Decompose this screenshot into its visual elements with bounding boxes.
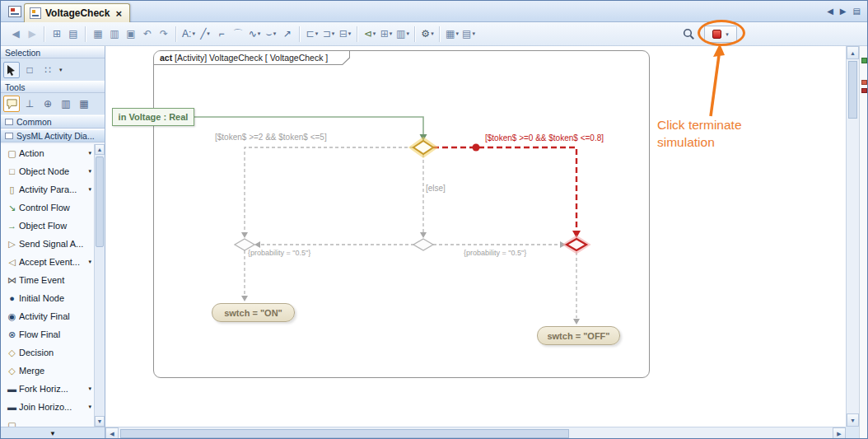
palette-item-control-flow[interactable]: ↘ Control Flow ▾ <box>1 198 94 217</box>
comment-tool-button[interactable] <box>3 96 20 112</box>
palette-item-action[interactable]: ▢ Action ▾ <box>1 144 94 162</box>
rounded-path-button[interactable]: ⌒ ▾ <box>230 26 246 42</box>
diagram-category-icon <box>5 133 13 139</box>
palette-item-time-event[interactable]: ⋈ Time Event ▾ <box>1 271 94 289</box>
palette-section-common[interactable]: Common <box>1 115 105 128</box>
swimlane-tool-button[interactable]: ▥ <box>58 96 74 112</box>
forward-button[interactable]: ▶ ▾ <box>24 26 40 42</box>
dependency-button[interactable]: A: ▾ <box>180 26 197 42</box>
containment-tool-button[interactable]: ⊕ <box>40 96 56 112</box>
token-dot <box>473 144 480 152</box>
palette-item-activity-parameter[interactable]: ▯ Activity Para... ▾ <box>1 180 94 198</box>
grid-button[interactable]: ▦ ▾ <box>444 26 460 42</box>
palette-item-decision[interactable]: ◇ Decision ▾ <box>1 343 94 362</box>
redo-button[interactable]: ↷ ▾ <box>156 26 172 42</box>
guard-label-red: [$token$ >=0 && $token$ <=0.8] <box>485 133 604 142</box>
flow-final-icon: ⊗ <box>5 329 19 340</box>
palette-item-flow-final[interactable]: ⊗ Flow Final ▾ <box>1 325 94 343</box>
dropdown-caret-icon: ▾ <box>431 30 434 37</box>
distribute-button[interactable]: ⊐ ▾ <box>320 26 337 42</box>
selection-dropdown-caret-icon[interactable]: ▾ <box>59 67 63 73</box>
multi-select-button[interactable]: ∷ <box>40 62 56 78</box>
validation-marker-green[interactable] <box>861 58 867 63</box>
specification-button[interactable]: ▤ ▾ <box>65 26 82 42</box>
open-diagram-button[interactable]: ⊞ ▾ <box>49 26 65 42</box>
activity-parameter-node[interactable]: in Voltage : Real <box>112 108 194 126</box>
cursor-tool-button[interactable] <box>3 62 20 78</box>
oblique-path-button[interactable]: ╱ ▾ <box>197 26 213 42</box>
merge-node-middle[interactable] <box>413 239 433 250</box>
line-jump-button[interactable]: ⌣ ▾ <box>263 26 279 42</box>
scroll-down-icon[interactable]: ▼ <box>95 416 105 427</box>
palette-item-send-signal[interactable]: ▷ Send Signal A... ▾ <box>1 235 94 253</box>
undo-button[interactable]: ↶ ▾ <box>139 26 156 42</box>
palette-item-object-flow[interactable]: → Object Flow ▾ <box>1 217 94 235</box>
palette-section-selection[interactable]: Selection <box>1 46 105 58</box>
validation-marker-dark-red[interactable] <box>861 88 867 93</box>
palette-section-tools[interactable]: Tools <box>1 81 105 93</box>
marquee-select-button[interactable]: □ <box>21 62 38 78</box>
palette-scrollbar[interactable]: ▲ ▼ <box>94 144 105 427</box>
palette-item-activity-final[interactable]: ◉ Activity Final ▾ <box>1 307 94 325</box>
palette-scroll-thumb[interactable] <box>96 156 104 247</box>
dropdown-caret-icon: ▾ <box>390 30 393 37</box>
cursor-icon <box>6 64 17 76</box>
scroll-up-icon[interactable]: ▲ <box>847 46 859 59</box>
next-tab-icon[interactable]: ▶ <box>840 7 847 16</box>
back-button[interactable]: ◀ ▾ <box>7 26 24 42</box>
palette-more-items-button[interactable]: ▼ <box>1 427 105 439</box>
vertical-scrollbar[interactable]: ▲ ▼ <box>846 46 859 427</box>
copy-button[interactable]: ▥ ▾ <box>106 26 123 42</box>
align-button[interactable]: ⊏ ▾ <box>304 26 320 42</box>
anchor-tool-button[interactable]: ⊥ <box>21 96 38 112</box>
tab-list-icon[interactable]: ▤ <box>853 7 861 16</box>
diagram-canvas[interactable]: act [Activity] VoltageCheck [ VoltageChe… <box>105 46 846 427</box>
action-node-switch-off[interactable]: swtch = "OFF" <box>537 326 620 345</box>
zoom-button[interactable] <box>679 26 698 43</box>
palette-item-object-node[interactable]: □ Object Node ▾ <box>1 162 94 180</box>
more-items-caret-icon: ▼ <box>49 430 56 437</box>
print-button[interactable]: ▦ ▾ <box>90 26 106 42</box>
paste-icon: ▣ <box>126 29 135 39</box>
guard-left-edge[interactable] <box>245 147 413 236</box>
image-shape-tool-button[interactable]: ▦ <box>76 96 92 112</box>
layers-button[interactable]: ▥ ▾ <box>394 26 411 42</box>
palette-item-list: ▢ Action ▾ □ Object Node ▾ ▯ Activity Pa… <box>1 144 94 434</box>
scroll-right-icon[interactable]: ▶ <box>833 427 846 439</box>
vertical-scroll-thumb[interactable] <box>848 61 857 119</box>
horizontal-scrollbar[interactable]: ◀ ▶ <box>105 427 846 439</box>
display-options-button[interactable]: ⚙ ▾ <box>419 26 436 42</box>
scroll-up-icon[interactable]: ▲ <box>95 144 105 155</box>
nested-elements-button[interactable]: ⊞ ▾ <box>378 26 394 42</box>
tab-voltagecheck[interactable]: VoltageCheck × <box>24 3 130 22</box>
palette-item-initial-node[interactable]: ● Initial Node ▾ <box>1 289 94 307</box>
bezier-path-button[interactable]: ∿ ▾ <box>246 26 263 42</box>
dropdown-caret-icon: ▾ <box>472 30 475 37</box>
rectilinear-path-button[interactable]: ⌐ ▾ <box>213 26 230 42</box>
prev-tab-icon[interactable]: ◀ <box>827 7 833 16</box>
dropdown-caret-icon[interactable]: ▾ <box>726 31 729 38</box>
window-icon-detail <box>11 8 15 12</box>
palette-item-fork-horizontal[interactable]: ▬ Fork Horiz... ▾ <box>1 380 94 398</box>
palette-item-join-horizontal[interactable]: ▬ Join Horizo... ▾ <box>1 398 94 416</box>
marquee-select-icon: □ <box>26 64 32 76</box>
palette-item-merge[interactable]: ◇ Merge ▾ <box>1 362 94 380</box>
tab-close-icon[interactable]: × <box>115 8 122 19</box>
terminate-simulation-button[interactable]: ▾ <box>704 26 737 43</box>
diagram-properties-button[interactable]: ▤ ▾ <box>460 26 477 42</box>
horizontal-scroll-thumb[interactable] <box>120 429 569 438</box>
layers-icon: ▥ <box>396 29 405 39</box>
rounded-line-icon: ⌒ <box>233 29 243 39</box>
palette-section-sysml-activity[interactable]: SysML Activity Dia... <box>1 129 105 142</box>
scroll-down-icon[interactable]: ▼ <box>847 413 859 427</box>
related-elements-button[interactable]: ⊲ ▾ <box>362 26 378 42</box>
active-token-edge[interactable] <box>433 147 576 233</box>
reset-path-button[interactable]: ↗ ▾ <box>279 26 296 42</box>
scroll-left-icon[interactable]: ◀ <box>105 427 119 439</box>
paste-button[interactable]: ▣ ▾ <box>123 26 139 42</box>
validation-marker-red[interactable] <box>861 80 867 85</box>
palette-item-accept-event[interactable]: ◁ Accept Event... ▾ <box>1 253 94 271</box>
same-size-button[interactable]: ⊟ ▾ <box>337 26 353 42</box>
window-icon-detail <box>11 13 19 15</box>
action-node-switch-on[interactable]: swtch = "ON" <box>212 303 295 322</box>
